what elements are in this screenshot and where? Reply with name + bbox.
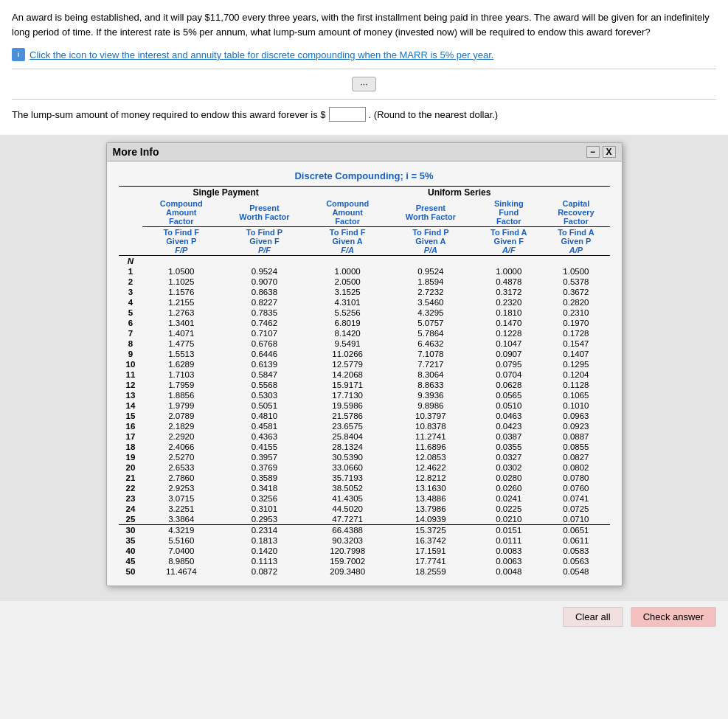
data-cell: 11.0266 bbox=[309, 349, 386, 359]
data-cell: 0.9524 bbox=[386, 266, 475, 277]
data-cell: 7.1078 bbox=[386, 349, 475, 359]
table-row: 21.10250.90702.05001.85940.48780.5378 bbox=[119, 277, 610, 287]
group-header-row: Single Payment Uniform Series bbox=[119, 187, 610, 199]
table-row: 253.38640.295347.727114.09390.02100.0710 bbox=[119, 514, 610, 525]
table-row: 355.51600.181390.320316.37420.01110.0611 bbox=[119, 535, 610, 546]
data-cell: 1.8594 bbox=[386, 277, 475, 287]
n-label: N bbox=[119, 256, 143, 267]
sub-header-1: To Find FGiven PF/P bbox=[142, 227, 220, 256]
data-cell: 14.0939 bbox=[386, 514, 475, 525]
data-cell: 0.0063 bbox=[475, 556, 542, 566]
table-row: 41.21550.82274.31013.54600.23200.2820 bbox=[119, 297, 610, 308]
data-cell: 0.0963 bbox=[542, 411, 609, 421]
n-cell: 13 bbox=[119, 390, 143, 400]
n-cell: 12 bbox=[119, 380, 143, 390]
data-cell: 28.1324 bbox=[309, 442, 386, 452]
data-cell: 0.0725 bbox=[542, 504, 609, 514]
data-cell: 0.5378 bbox=[542, 277, 609, 287]
data-cell: 2.4066 bbox=[142, 442, 220, 452]
data-cell: 1.7959 bbox=[142, 380, 220, 390]
data-cell: 0.9524 bbox=[220, 266, 309, 277]
data-cell: 0.5051 bbox=[220, 400, 309, 411]
data-cell: 12.4622 bbox=[386, 462, 475, 473]
col-header-2: PresentWorth Factor bbox=[220, 198, 309, 227]
n-cell: 50 bbox=[119, 566, 143, 577]
data-cell: 0.0923 bbox=[542, 421, 609, 431]
n-cell: 45 bbox=[119, 556, 143, 566]
data-cell: 0.4155 bbox=[220, 442, 309, 452]
data-cell: 5.5160 bbox=[142, 535, 220, 546]
table-row: 212.78600.358935.719312.82120.02800.0780 bbox=[119, 473, 610, 483]
data-cell: 7.7217 bbox=[386, 359, 475, 369]
data-cell: 0.0583 bbox=[542, 546, 609, 556]
modal-minimize-button[interactable]: − bbox=[586, 146, 600, 158]
sub-header-4: To Find PGiven AP/A bbox=[386, 227, 475, 256]
modal-close-button[interactable]: X bbox=[603, 146, 616, 158]
data-cell: 3.2251 bbox=[142, 504, 220, 514]
answer-input[interactable] bbox=[329, 107, 366, 122]
data-cell: 0.4878 bbox=[475, 277, 542, 287]
data-cell: 8.1420 bbox=[309, 328, 386, 338]
data-cell: 4.3295 bbox=[386, 308, 475, 318]
modal-window: More Info − X Discrete Compounding; i = … bbox=[106, 142, 623, 586]
data-cell: 0.0872 bbox=[220, 566, 309, 577]
data-cell: 0.8638 bbox=[220, 287, 309, 297]
data-cell: 8.9850 bbox=[142, 556, 220, 566]
data-cell: 0.1113 bbox=[220, 556, 309, 566]
data-cell: 0.6768 bbox=[220, 338, 309, 349]
n-cell: 25 bbox=[119, 514, 143, 525]
data-cell: 1.8856 bbox=[142, 390, 220, 400]
data-cell: 15.3725 bbox=[386, 525, 475, 536]
data-cell: 0.4363 bbox=[220, 431, 309, 442]
data-cell: 1.6289 bbox=[142, 359, 220, 369]
n-fa-label bbox=[309, 256, 386, 267]
data-cell: 0.1204 bbox=[542, 369, 609, 380]
data-cell: 0.0827 bbox=[542, 452, 609, 462]
clear-all-button[interactable]: Clear all bbox=[563, 607, 623, 627]
data-cell: 0.3256 bbox=[220, 493, 309, 504]
modal-body: Discrete Compounding; i = 5% Single Paym… bbox=[107, 161, 622, 586]
expand-button[interactable]: ··· bbox=[352, 77, 375, 91]
link-icon[interactable]: i bbox=[12, 48, 25, 61]
table-row: 172.29200.436325.840411.27410.03870.0887 bbox=[119, 431, 610, 442]
data-cell: 10.3797 bbox=[386, 411, 475, 421]
data-cell: 1.7103 bbox=[142, 369, 220, 380]
n-cell: 30 bbox=[119, 525, 143, 536]
n-cell: 3 bbox=[119, 287, 143, 297]
data-cell: 0.0563 bbox=[542, 556, 609, 566]
n-cell: 1 bbox=[119, 266, 143, 277]
link-text[interactable]: Click the icon to view the interest and … bbox=[30, 49, 493, 60]
n-cell: 10 bbox=[119, 359, 143, 369]
data-cell: 0.7107 bbox=[220, 328, 309, 338]
data-cell: 0.0651 bbox=[542, 525, 609, 536]
data-cell: 19.5986 bbox=[309, 400, 386, 411]
data-cell: 0.1228 bbox=[475, 328, 542, 338]
data-cell: 209.3480 bbox=[309, 566, 386, 577]
data-cell: 0.0548 bbox=[542, 566, 609, 577]
table-row: 71.40710.71078.14205.78640.12280.1728 bbox=[119, 328, 610, 338]
data-cell: 2.7860 bbox=[142, 473, 220, 483]
table-row: 243.22510.310144.502013.79860.02250.0725 bbox=[119, 504, 610, 514]
data-cell: 0.3957 bbox=[220, 452, 309, 462]
table-row: 182.40660.415528.132411.68960.03550.0855 bbox=[119, 442, 610, 452]
data-cell: 0.3418 bbox=[220, 483, 309, 493]
check-answer-button[interactable]: Check answer bbox=[631, 607, 716, 627]
n-cell: 20 bbox=[119, 462, 143, 473]
data-cell: 0.7835 bbox=[220, 308, 309, 318]
col-header-4: PresentWorth Factor bbox=[386, 198, 475, 227]
table-row: 111.71030.584714.20688.30640.07040.1204 bbox=[119, 369, 610, 380]
single-payment-header: Single Payment bbox=[142, 187, 308, 199]
uniform-series-header: Uniform Series bbox=[309, 187, 610, 199]
data-cell: 0.3769 bbox=[220, 462, 309, 473]
data-cell: 0.0741 bbox=[542, 493, 609, 504]
data-cell: 12.0853 bbox=[386, 452, 475, 462]
data-cell: 0.0795 bbox=[475, 359, 542, 369]
data-cell: 0.1010 bbox=[542, 400, 609, 411]
data-cell: 1.4071 bbox=[142, 328, 220, 338]
data-cell: 5.0757 bbox=[386, 318, 475, 328]
table-body: 11.05000.95241.00000.95241.00001.050021.… bbox=[119, 266, 610, 577]
modal-controls: − X bbox=[586, 146, 616, 158]
data-cell: 30.5390 bbox=[309, 452, 386, 462]
col-header-3: CompoundAmountFactor bbox=[309, 198, 386, 227]
main-content: An award is being established, and it wi… bbox=[0, 0, 728, 135]
